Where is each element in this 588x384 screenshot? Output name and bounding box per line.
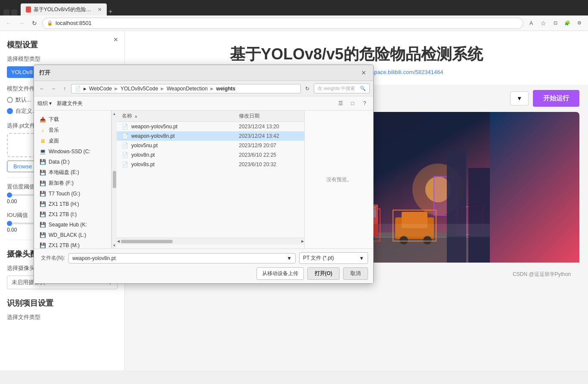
sidebar-item-i-drive[interactable]: 💾 ZX1 2TB (I:)	[34, 209, 111, 220]
dialog-nav: ← → ↑ 📄 ► WebCode ► YOLOv8v5Code ► Weapo…	[34, 81, 373, 96]
organize-btn[interactable]: 组织 ▾	[37, 100, 52, 107]
start-button[interactable]: 开始运行	[533, 90, 579, 107]
reader-mode-btn[interactable]: A	[526, 18, 536, 28]
scroll-thumb[interactable]	[113, 171, 116, 188]
sidebar-item-music[interactable]: ♪ 音乐	[34, 125, 111, 136]
sidebar-item-g-drive[interactable]: 💾 T7 Touch (G:)	[34, 189, 111, 199]
dialog-forward-btn[interactable]: →	[49, 84, 58, 93]
sidebar-item-k-drive[interactable]: 💾 Seagate Hub (K:	[34, 220, 111, 230]
no-preview-text: 没有预览。	[326, 176, 352, 183]
file-item-3[interactable]: 📄 yolov8n.pt 2023/6/10 22:25	[117, 150, 304, 160]
model-section-title: 模型设置	[7, 40, 118, 50]
sidebar-item-desktop[interactable]: 🖥 桌面	[34, 136, 111, 146]
sidebar-item-l-drive[interactable]: 💾 WD_BLACK (L:)	[34, 230, 111, 240]
filetype-select[interactable]: PT 文件 (*.pt) ▼	[299, 252, 368, 264]
item-label: 选择文件类型	[7, 313, 118, 321]
sidebar-scrollbar[interactable]: ▲ ▼	[111, 111, 117, 248]
iou-thumb[interactable]	[7, 221, 12, 226]
search-icon: 🔍	[360, 86, 366, 91]
sidebar-item-download[interactable]: 📥 下载	[34, 114, 111, 125]
browser-tab[interactable]: 基于YOLOv8/v5的危险物品检测 ✕	[21, 3, 107, 15]
breadcrumb-item-2[interactable]: YOLOv8v5Code	[121, 86, 158, 92]
source-dropdown[interactable]: ▼	[510, 91, 529, 105]
g-drive-icon: 💾	[39, 190, 46, 197]
new-tab-button[interactable]: +	[107, 8, 114, 15]
sidebar-close-btn[interactable]: ✕	[111, 35, 120, 44]
i-drive-icon: 💾	[39, 211, 46, 218]
filename-label: 文件名(N):	[39, 254, 65, 262]
file-icon-1: 📄	[122, 133, 129, 139]
dialog-title: 打开	[39, 69, 50, 77]
m-drive-icon: 💾	[39, 242, 46, 248]
dialog-footer: 文件名(N): weapon-yolov8n.pt ▼ PT 文件 (*.pt)…	[34, 248, 373, 283]
upload-from-device-btn[interactable]: 从移动设备上传	[257, 267, 304, 280]
bookmark-btn[interactable]: ☆	[538, 18, 548, 28]
sidebar-item-d-drive[interactable]: 💾 Data (D:)	[34, 157, 111, 167]
view-list-btn[interactable]: ☰	[335, 98, 346, 108]
file-item-2[interactable]: 📄 yolov5nu.pt 2023/12/9 20:07	[117, 141, 304, 150]
dialog-back-btn[interactable]: ←	[37, 84, 47, 93]
file-item-1[interactable]: 📄 weapon-yolov8n.pt 2023/12/24 13:42	[117, 131, 304, 141]
dialog-refresh-btn[interactable]: ↻	[303, 84, 312, 93]
filename-dropdown-icon: ▼	[287, 255, 292, 261]
reload-button[interactable]: ↻	[29, 18, 40, 28]
file-icon-3: 📄	[122, 152, 129, 158]
cancel-btn[interactable]: 取消	[343, 267, 368, 280]
sidebar-item-c-drive[interactable]: 💻 Windows-SSD (C:	[34, 146, 111, 157]
file-list-area: 名称▲ 修改日期 📄 weapon-yolov5nu.pt 2023/12/24…	[117, 111, 304, 248]
col-name-header: 名称▲	[122, 112, 239, 120]
l-drive-icon: 💾	[39, 232, 46, 238]
file-name-0: weapon-yolov5nu.pt	[131, 124, 236, 130]
scroll-up-btn[interactable]: ▲	[112, 111, 117, 117]
file-icon-0: 📄	[122, 124, 129, 130]
tab-favicon	[26, 6, 31, 12]
browser-nav-bar: ← → ↻ 🔒 localhost:8501 A ☆ ⊡ 🧩 ⚙	[0, 15, 588, 31]
file-name-3: yolov8n.pt	[131, 152, 236, 158]
sidebar-item-f-drive[interactable]: 💾 新加卷 (F:)	[34, 178, 111, 189]
h-scroll-thumb[interactable]	[121, 240, 173, 243]
file-item-4[interactable]: 📄 yolov8s.pt 2023/6/10 20:32	[117, 160, 304, 169]
filename-row: 文件名(N): weapon-yolov8n.pt ▼ PT 文件 (*.pt)…	[39, 252, 368, 264]
footer-buttons: 从移动设备上传 打开(O) 取消	[39, 267, 368, 280]
settings-btn[interactable]: ⚙	[574, 18, 585, 28]
item-section: 识别项目设置 选择文件类型	[7, 298, 118, 321]
filename-input[interactable]: weapon-yolov8n.pt ▼	[68, 253, 296, 263]
confidence-thumb[interactable]	[7, 192, 12, 198]
f-drive-icon: 💾	[39, 180, 46, 187]
forward-button[interactable]: →	[16, 18, 27, 28]
sidebar-item-h-drive[interactable]: 💾 ZX1 1TB (H:)	[34, 199, 111, 209]
breadcrumb-item-1[interactable]: WebCode	[89, 86, 112, 92]
horizontal-scrollbar[interactable]: ◀ ▶	[117, 238, 304, 245]
c-drive-icon: 💻	[39, 148, 46, 155]
file-name-4: yolov8s.pt	[131, 161, 236, 167]
scroll-right-btn[interactable]: ▶	[301, 240, 304, 243]
sidebar-item-m-drive[interactable]: 💾 ZX1 2TB (M:)	[34, 240, 111, 248]
file-name-1: weapon-yolov8n.pt	[131, 133, 236, 139]
extensions-btn[interactable]: 🧩	[562, 18, 573, 28]
new-folder-btn[interactable]: 新建文件夹	[57, 100, 83, 107]
dialog-body: 📥 下载 ♪ 音乐 🖥 桌面 💻 Windows-SSD (C:	[34, 111, 373, 248]
dialog-close-btn[interactable]: ✕	[359, 68, 368, 77]
scroll-down-btn[interactable]: ▼	[112, 242, 117, 248]
sidebar-item-e-drive[interactable]: 💾 本地磁盘 (E:)	[34, 167, 111, 178]
file-item-0[interactable]: 📄 weapon-yolov5nu.pt 2023/12/24 13:20	[117, 122, 304, 131]
scroll-left-btn[interactable]: ◀	[117, 240, 120, 243]
file-dialog: 打开 ✕ ← → ↑ 📄 ► WebCode ► YOLOv8v5Code ► …	[34, 65, 374, 284]
tab-close-btn[interactable]: ✕	[98, 7, 102, 12]
help-btn[interactable]: ?	[359, 98, 370, 108]
address-bar[interactable]: 🔒 localhost:8501	[42, 18, 523, 29]
breadcrumb-item-4[interactable]: weights	[216, 86, 235, 92]
file-date-4: 2023/6/10 20:32	[239, 161, 299, 167]
filetype-arrow-icon: ▼	[359, 255, 364, 261]
source-dropdown-arrow: ▼	[517, 95, 522, 102]
filename-value: weapon-yolov8n.pt	[72, 255, 116, 261]
dialog-up-btn[interactable]: ↑	[60, 84, 69, 93]
breadcrumb-item-3[interactable]: WeaponDetection	[167, 86, 207, 92]
back-button[interactable]: ←	[3, 18, 14, 28]
dialog-titlebar: 打开 ✕	[34, 65, 373, 81]
split-btn[interactable]: ⊡	[550, 18, 560, 28]
view-grid-btn[interactable]: □	[347, 98, 358, 108]
search-placeholder: 在 weights 中搜索	[318, 85, 355, 92]
open-btn[interactable]: 打开(O)	[307, 267, 340, 280]
file-date-2: 2023/12/9 20:07	[239, 142, 299, 149]
